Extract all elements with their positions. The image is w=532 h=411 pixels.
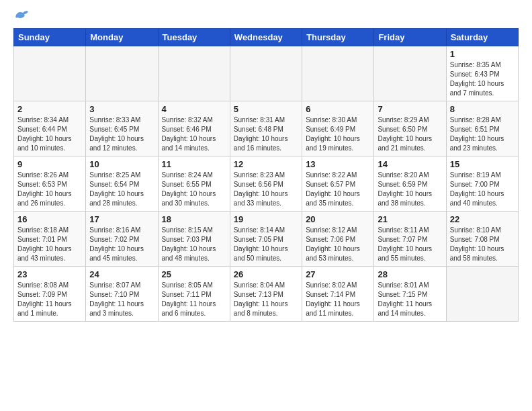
day-info: Sunrise: 8:04 AM Sunset: 7:13 PM Dayligh… <box>234 281 298 318</box>
day-info: Sunrise: 8:29 AM Sunset: 6:50 PM Dayligh… <box>378 116 442 153</box>
day-number: 14 <box>378 159 442 169</box>
day-info: Sunrise: 8:19 AM Sunset: 7:00 PM Dayligh… <box>450 171 515 208</box>
day-number: 20 <box>306 214 370 224</box>
day-number: 17 <box>89 214 154 224</box>
calendar-cell: 24Sunrise: 8:07 AM Sunset: 7:10 PM Dayli… <box>86 267 158 322</box>
calendar-cell <box>302 46 374 101</box>
day-info: Sunrise: 8:01 AM Sunset: 7:15 PM Dayligh… <box>378 281 442 318</box>
day-number: 7 <box>378 104 442 114</box>
day-info: Sunrise: 8:20 AM Sunset: 6:59 PM Dayligh… <box>378 171 442 208</box>
day-info: Sunrise: 8:28 AM Sunset: 6:51 PM Dayligh… <box>450 116 515 153</box>
calendar-cell: 27Sunrise: 8:02 AM Sunset: 7:14 PM Dayli… <box>302 267 374 322</box>
week-row-3: 9Sunrise: 8:26 AM Sunset: 6:53 PM Daylig… <box>14 156 519 212</box>
day-number: 24 <box>89 269 154 279</box>
calendar-cell <box>374 46 446 101</box>
day-number: 25 <box>162 269 226 279</box>
weekday-header-thursday: Thursday <box>302 29 374 46</box>
calendar-cell: 28Sunrise: 8:01 AM Sunset: 7:15 PM Dayli… <box>374 267 446 322</box>
calendar-cell: 12Sunrise: 8:23 AM Sunset: 6:56 PM Dayli… <box>230 156 302 212</box>
day-number: 13 <box>306 159 370 169</box>
week-row-1: 1Sunrise: 8:35 AM Sunset: 6:43 PM Daylig… <box>14 46 519 101</box>
day-info: Sunrise: 8:07 AM Sunset: 7:10 PM Dayligh… <box>89 281 154 318</box>
calendar-cell: 1Sunrise: 8:35 AM Sunset: 6:43 PM Daylig… <box>446 46 518 101</box>
day-number: 15 <box>450 159 515 169</box>
calendar-cell <box>230 46 302 101</box>
day-info: Sunrise: 8:05 AM Sunset: 7:11 PM Dayligh… <box>162 281 226 318</box>
day-number: 12 <box>234 159 298 169</box>
calendar-cell: 22Sunrise: 8:10 AM Sunset: 7:08 PM Dayli… <box>446 212 518 267</box>
day-info: Sunrise: 8:08 AM Sunset: 7:09 PM Dayligh… <box>17 281 82 318</box>
calendar-cell: 25Sunrise: 8:05 AM Sunset: 7:11 PM Dayli… <box>158 267 230 322</box>
day-info: Sunrise: 8:34 AM Sunset: 6:44 PM Dayligh… <box>17 116 82 153</box>
calendar-cell: 9Sunrise: 8:26 AM Sunset: 6:53 PM Daylig… <box>14 156 86 212</box>
day-info: Sunrise: 8:11 AM Sunset: 7:07 PM Dayligh… <box>378 226 442 263</box>
weekday-header-friday: Friday <box>374 29 446 46</box>
week-row-4: 16Sunrise: 8:18 AM Sunset: 7:01 PM Dayli… <box>14 212 519 267</box>
calendar-cell <box>14 46 86 101</box>
day-number: 5 <box>234 104 298 114</box>
day-info: Sunrise: 8:30 AM Sunset: 6:49 PM Dayligh… <box>306 116 370 153</box>
page: SundayMondayTuesdayWednesdayThursdayFrid… <box>0 0 532 334</box>
week-row-2: 2Sunrise: 8:34 AM Sunset: 6:44 PM Daylig… <box>14 101 519 156</box>
day-number: 10 <box>89 159 154 169</box>
calendar-cell: 26Sunrise: 8:04 AM Sunset: 7:13 PM Dayli… <box>230 267 302 322</box>
day-info: Sunrise: 8:35 AM Sunset: 6:43 PM Dayligh… <box>450 60 515 98</box>
day-info: Sunrise: 8:22 AM Sunset: 6:57 PM Dayligh… <box>306 171 370 208</box>
day-number: 1 <box>450 49 515 59</box>
header <box>13 12 519 21</box>
week-row-5: 23Sunrise: 8:08 AM Sunset: 7:09 PM Dayli… <box>14 267 519 322</box>
day-info: Sunrise: 8:10 AM Sunset: 7:08 PM Dayligh… <box>450 226 515 263</box>
day-number: 22 <box>450 214 515 224</box>
calendar-cell: 17Sunrise: 8:16 AM Sunset: 7:02 PM Dayli… <box>86 212 158 267</box>
day-number: 4 <box>162 104 226 114</box>
calendar-cell: 19Sunrise: 8:14 AM Sunset: 7:05 PM Dayli… <box>230 212 302 267</box>
weekday-header-row: SundayMondayTuesdayWednesdayThursdayFrid… <box>14 29 519 46</box>
day-info: Sunrise: 8:15 AM Sunset: 7:03 PM Dayligh… <box>162 226 226 263</box>
day-number: 8 <box>450 104 515 114</box>
logo <box>13 12 30 21</box>
weekday-header-monday: Monday <box>86 29 158 46</box>
weekday-header-saturday: Saturday <box>446 29 518 46</box>
calendar-table: SundayMondayTuesdayWednesdayThursdayFrid… <box>13 28 519 322</box>
day-number: 18 <box>162 214 226 224</box>
weekday-header-wednesday: Wednesday <box>230 29 302 46</box>
calendar-cell: 14Sunrise: 8:20 AM Sunset: 6:59 PM Dayli… <box>374 156 446 212</box>
day-number: 9 <box>17 159 82 169</box>
calendar-cell: 21Sunrise: 8:11 AM Sunset: 7:07 PM Dayli… <box>374 212 446 267</box>
day-number: 23 <box>17 269 82 279</box>
day-number: 21 <box>378 214 442 224</box>
day-number: 27 <box>306 269 370 279</box>
day-number: 28 <box>378 269 442 279</box>
weekday-header-sunday: Sunday <box>14 29 86 46</box>
calendar-cell: 20Sunrise: 8:12 AM Sunset: 7:06 PM Dayli… <box>302 212 374 267</box>
calendar-cell: 6Sunrise: 8:30 AM Sunset: 6:49 PM Daylig… <box>302 101 374 156</box>
day-info: Sunrise: 8:31 AM Sunset: 6:48 PM Dayligh… <box>234 116 298 153</box>
bird-icon <box>15 9 30 21</box>
calendar-cell: 4Sunrise: 8:32 AM Sunset: 6:46 PM Daylig… <box>158 101 230 156</box>
calendar-cell: 18Sunrise: 8:15 AM Sunset: 7:03 PM Dayli… <box>158 212 230 267</box>
day-info: Sunrise: 8:12 AM Sunset: 7:06 PM Dayligh… <box>306 226 370 263</box>
day-info: Sunrise: 8:16 AM Sunset: 7:02 PM Dayligh… <box>89 226 154 263</box>
calendar-cell: 13Sunrise: 8:22 AM Sunset: 6:57 PM Dayli… <box>302 156 374 212</box>
calendar-cell: 3Sunrise: 8:33 AM Sunset: 6:45 PM Daylig… <box>86 101 158 156</box>
calendar-cell: 23Sunrise: 8:08 AM Sunset: 7:09 PM Dayli… <box>14 267 86 322</box>
day-info: Sunrise: 8:32 AM Sunset: 6:46 PM Dayligh… <box>162 116 226 153</box>
day-number: 6 <box>306 104 370 114</box>
day-info: Sunrise: 8:24 AM Sunset: 6:55 PM Dayligh… <box>162 171 226 208</box>
day-info: Sunrise: 8:33 AM Sunset: 6:45 PM Dayligh… <box>89 116 154 153</box>
day-number: 11 <box>162 159 226 169</box>
calendar-cell: 16Sunrise: 8:18 AM Sunset: 7:01 PM Dayli… <box>14 212 86 267</box>
day-number: 26 <box>234 269 298 279</box>
calendar-cell: 2Sunrise: 8:34 AM Sunset: 6:44 PM Daylig… <box>14 101 86 156</box>
day-info: Sunrise: 8:23 AM Sunset: 6:56 PM Dayligh… <box>234 171 298 208</box>
calendar-cell: 5Sunrise: 8:31 AM Sunset: 6:48 PM Daylig… <box>230 101 302 156</box>
calendar-cell: 8Sunrise: 8:28 AM Sunset: 6:51 PM Daylig… <box>446 101 518 156</box>
calendar-cell <box>86 46 158 101</box>
calendar-cell <box>158 46 230 101</box>
day-info: Sunrise: 8:26 AM Sunset: 6:53 PM Dayligh… <box>17 171 82 208</box>
weekday-header-tuesday: Tuesday <box>158 29 230 46</box>
day-number: 3 <box>89 104 154 114</box>
day-info: Sunrise: 8:25 AM Sunset: 6:54 PM Dayligh… <box>89 171 154 208</box>
day-info: Sunrise: 8:18 AM Sunset: 7:01 PM Dayligh… <box>17 226 82 263</box>
day-info: Sunrise: 8:02 AM Sunset: 7:14 PM Dayligh… <box>306 281 370 318</box>
